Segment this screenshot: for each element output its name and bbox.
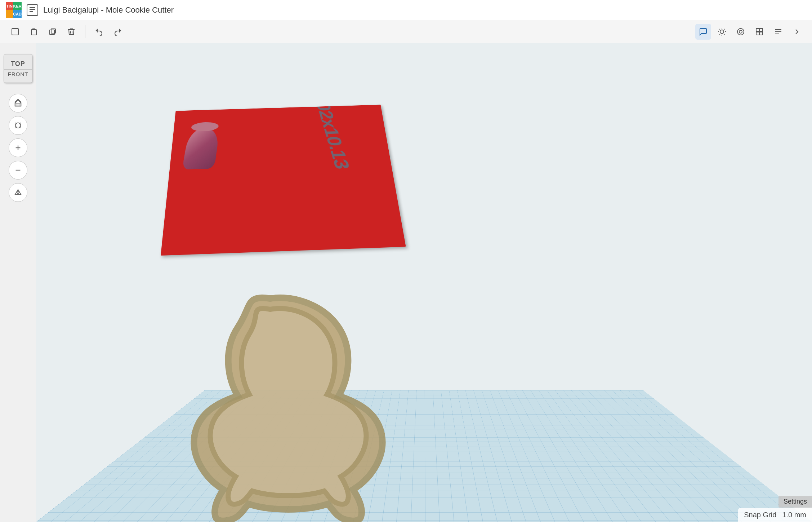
new-button[interactable]	[7, 24, 23, 40]
svg-point-17	[739, 30, 742, 33]
light-button[interactable]	[714, 24, 730, 40]
shape-button[interactable]	[751, 24, 767, 40]
duplicate-button[interactable]	[45, 24, 61, 40]
more-button[interactable]	[789, 24, 805, 40]
cube-face: TOP FRONT	[4, 54, 32, 83]
logo-tin: TIN	[6, 2, 13, 10]
toolbar	[0, 20, 812, 43]
svg-rect-19	[760, 28, 763, 31]
paste-button[interactable]	[26, 24, 42, 40]
app-title: Luigi Bacigalupi - Mole Cookie Cutter	[43, 5, 174, 15]
view-cube[interactable]: TOP FRONT	[0, 50, 36, 87]
toolbar-right	[695, 24, 805, 40]
svg-point-35	[17, 191, 19, 194]
svg-line-14	[719, 34, 719, 34]
svg-rect-1	[30, 9, 35, 10]
redo-button[interactable]	[110, 24, 126, 40]
title-bar: TIN KER CAD Luigi Bacigalupi - Mole Cook…	[0, 0, 812, 20]
cylinder-shape	[182, 127, 220, 170]
svg-line-10	[719, 29, 719, 29]
home-nav-button[interactable]	[9, 94, 27, 112]
svg-rect-4	[31, 30, 36, 35]
svg-rect-21	[760, 32, 763, 35]
tinkercad-logo[interactable]: TIN KER CAD	[6, 2, 22, 18]
cube-front-label: FRONT	[4, 69, 32, 77]
red-plate[interactable]: 6.02x10.13	[161, 105, 406, 255]
annotation-button[interactable]	[695, 24, 711, 40]
viewport[interactable]: 6.02x10.13 Settings Snap Grid 1.0 mm	[36, 43, 812, 522]
3d-scene: 6.02x10.13	[36, 43, 812, 522]
toolbar-separator-1	[85, 25, 85, 38]
svg-point-16	[737, 28, 744, 35]
align-button[interactable]	[770, 24, 786, 40]
svg-line-15	[724, 29, 724, 29]
snap-grid-label: Snap Grid	[744, 511, 776, 519]
comment-button[interactable]	[733, 24, 749, 40]
svg-rect-25	[15, 103, 21, 106]
left-panel: TOP FRONT	[0, 43, 36, 522]
logo-extra	[6, 10, 13, 18]
svg-rect-3	[12, 28, 18, 35]
settings-button[interactable]: Settings	[778, 496, 812, 508]
svg-rect-2	[30, 11, 33, 12]
svg-rect-18	[756, 28, 759, 31]
svg-rect-5	[50, 30, 54, 35]
svg-rect-0	[30, 7, 35, 8]
svg-rect-20	[756, 32, 759, 35]
svg-point-7	[720, 30, 724, 34]
logo-ker: KER	[13, 2, 22, 10]
undo-button[interactable]	[91, 24, 107, 40]
cube-top-label: TOP	[11, 60, 25, 68]
status-bar: Snap Grid 1.0 mm	[738, 508, 812, 522]
cookie-cutter-svg	[108, 270, 432, 522]
svg-line-11	[724, 34, 724, 34]
zoom-in-button[interactable]	[9, 138, 27, 157]
perspective-button[interactable]	[9, 183, 27, 202]
delete-button[interactable]	[63, 24, 79, 40]
main: TOP FRONT	[0, 43, 812, 522]
snap-grid-value[interactable]: 1.0 mm	[782, 511, 806, 519]
title-icon	[27, 4, 38, 16]
zoom-out-button[interactable]	[9, 161, 27, 180]
logo-cad: CAD	[13, 10, 22, 18]
svg-rect-6	[51, 29, 55, 33]
fit-nav-button[interactable]	[9, 116, 27, 135]
dimensions-text: 6.02x10.13	[308, 105, 354, 169]
